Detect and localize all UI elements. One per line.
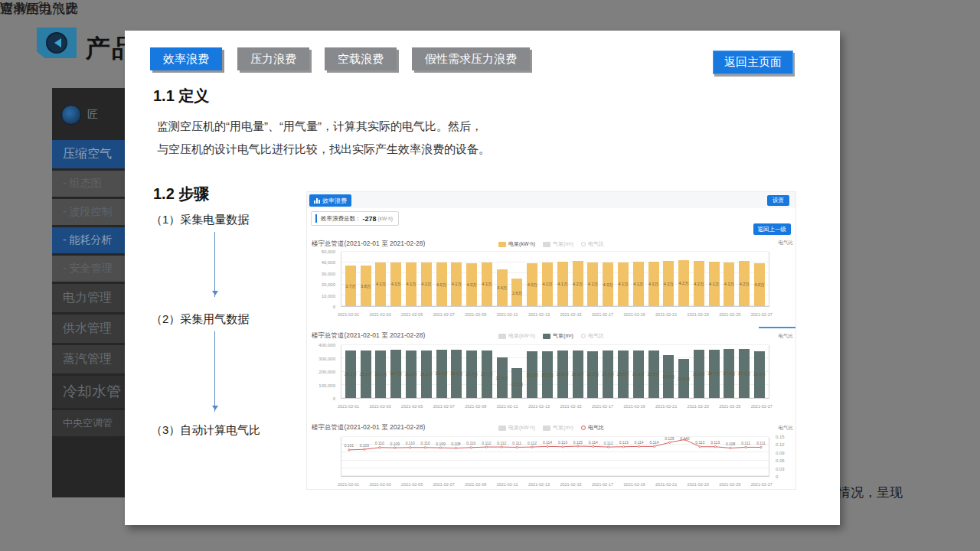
y-tick-label: 50,000 [322,249,335,254]
settings-button[interactable]: 设置 [767,195,789,206]
bar: 2.6万 [511,279,522,306]
x-tick-label: 2021-02-15 [560,482,581,487]
bar-label: 4.1万 [557,282,567,287]
x-tick-label: 2021-02-17 [592,404,613,409]
x-tick-label: 2021-02-09 [465,312,486,317]
bar: 4.1万 [709,262,720,306]
bar-label: 22.5万 [511,382,523,387]
bar-label: 37.1万 [738,371,750,377]
legend-swatch [498,425,506,431]
bar-label: 4.1万 [542,282,552,287]
bar-label: 2.6万 [512,291,522,296]
legend-item[interactable]: 电气比 [581,424,604,432]
bar: 37.1万 [739,349,750,398]
gas-bar-chart: 楼宇总管道(2021-02-01 至 2021-02-28)电量(kW·h)气量… [307,321,795,411]
y-tick-label: 0.15 [776,435,785,439]
bar: 36.4万 [436,350,447,398]
legend-item[interactable]: 电量(kW·h) [498,424,535,432]
bar-label: 4.1万 [588,282,598,287]
bar-label: 4.1万 [406,282,416,287]
legend-item[interactable]: 电气比 [581,240,604,248]
bar: 4.1万 [406,262,416,307]
chart-legend: 电量(kW·h)气量(m³)电气比 [307,240,795,248]
bar-label: 4.1万 [421,282,431,287]
x-tick-label: 2021-02-03 [370,482,391,487]
svg-text:0.111: 0.111 [741,442,750,445]
legend-swatch [581,425,586,430]
bar-series: 3.7万3.8万4.1万4.1万4.1万4.1万4.0万4.1万4.0万4.1万… [341,252,769,306]
svg-text:0.112: 0.112 [482,442,491,445]
x-tick-label: 2021-02-17 [592,482,613,487]
svg-text:0.103: 0.103 [360,444,370,448]
y-tick-label: 400,000 [318,343,335,347]
x-axis: 2021-02-012021-02-032021-02-052021-02-07… [338,404,773,409]
bar-chart-icon [314,197,320,204]
bar: 37.4万 [724,349,734,399]
svg-text:0.111: 0.111 [756,442,766,445]
x-tick-label: 2021-02-13 [528,312,550,317]
svg-text:0.113: 0.113 [695,441,704,445]
bar: 4.2万 [573,261,583,306]
x-tick-label: 2021-02-25 [719,482,740,487]
legend-swatch [498,242,506,247]
tab-效率浪费[interactable]: 效率浪费 [150,47,222,70]
x-tick-label: 2021-02-23 [688,404,709,409]
tab-假性需求压力浪费[interactable]: 假性需求压力浪费 [412,47,530,70]
x-tick-label: 2021-02-27 [751,312,773,317]
x-tick-label: 2021-02-21 [655,404,677,409]
bar-label: 36.2万 [374,372,387,377]
bar: 36.0万 [361,350,371,398]
x-tick-label: 2021-02-23 [688,482,709,487]
chart-legend: 电量(kW·h)气量(m³)电气比 [307,424,795,432]
back-badge-icon[interactable] [37,28,77,58]
bar: 4.0万 [527,263,537,306]
screenshot-topbar [307,192,795,208]
svg-text:0.112: 0.112 [528,442,537,445]
bar-label: 4.2万 [740,282,750,287]
bar: 4.1万 [648,262,659,306]
legend-item[interactable]: 电气比 [581,332,604,340]
x-tick-label: 2021-02-25 [719,312,740,317]
bar-label: 4.2万 [573,282,583,287]
bar-label: 35.8万 [617,372,629,377]
bar: 35.5万 [754,351,765,398]
legend-item[interactable]: 气量(m³) [543,240,573,248]
tab-bar: 效率浪费压力浪费空载浪费假性需求压力浪费 [150,47,530,70]
svg-text:0.113: 0.113 [710,441,720,445]
x-tick-label: 2021-02-07 [433,312,455,317]
bar-label: 4.1万 [709,282,719,287]
bar: 29.8万 [678,359,689,398]
x-tick-label: 2021-02-09 [465,482,486,487]
y-tick-label: 20,000 [322,282,335,287]
down-arrow-icon [214,232,215,297]
tab-压力浪费[interactable]: 压力浪费 [237,47,309,70]
svg-text:0.112: 0.112 [497,442,506,445]
bar: 4.2万 [663,261,674,306]
y-tick-label: 30,000 [322,272,335,276]
y-tick-label: 200,000 [318,370,335,374]
pagination-indicator[interactable] [759,327,795,328]
return-main-button[interactable]: 返回主页面 [713,51,793,74]
legend-item[interactable]: 电量(kW·h) [498,332,535,340]
legend-swatch [543,334,550,339]
bar-label: 37.4万 [723,371,735,377]
legend-item[interactable]: 电量(kW·h) [498,240,535,248]
bar: 36.2万 [375,350,386,398]
legend-item[interactable]: 气量(m³) [543,332,573,340]
legend-item[interactable]: 气量(m³) [543,424,573,432]
bar-label: 36.7万 [390,371,402,377]
svg-text:0.101: 0.101 [345,444,354,448]
bar: 35.2万 [542,351,553,398]
tab-空载浪费[interactable]: 空载浪费 [325,47,397,70]
bar-label: 4.1万 [376,282,386,287]
electricity-bar-chart: 楼宇总管道(2021-02-01 至 2021-02-28)电量(kW·h)气量… [307,227,795,319]
svg-text:0.110: 0.110 [421,442,430,445]
bar-label: 36.3万 [693,372,705,377]
legend-swatch [543,425,550,431]
y-tick-label: 0.06 [776,458,785,463]
bar: 36.0万 [573,350,583,398]
y-tick-label: 40,000 [322,260,335,265]
right-axis-label: 电气比 [779,425,794,432]
x-tick-label: 2021-02-19 [624,312,645,317]
bar: 30.5万 [497,357,508,398]
